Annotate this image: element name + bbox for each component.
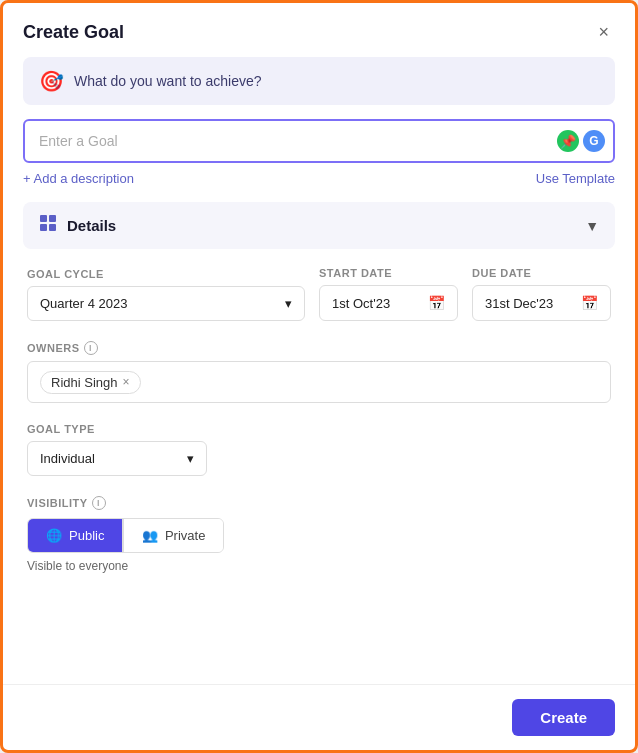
svg-rect-1 bbox=[49, 215, 56, 222]
create-goal-modal: Create Goal × 🎯 What do you want to achi… bbox=[0, 0, 638, 753]
achieve-text: What do you want to achieve? bbox=[74, 73, 262, 89]
goal-cycle-group: GOAL CYCLE Quarter 4 2023 ▾ bbox=[27, 268, 305, 321]
modal-header: Create Goal × bbox=[3, 3, 635, 57]
visibility-buttons: 🌐 Public 👥 Private bbox=[27, 518, 224, 553]
owners-section: OWNERS i Ridhi Singh × bbox=[27, 341, 611, 403]
goal-input-icons: 📌 G bbox=[557, 130, 605, 152]
private-button[interactable]: 👥 Private bbox=[124, 519, 223, 552]
create-button[interactable]: Create bbox=[512, 699, 615, 736]
private-label: Private bbox=[165, 528, 205, 543]
achieve-box: 🎯 What do you want to achieve? bbox=[23, 57, 615, 105]
modal-body: 🎯 What do you want to achieve? 📌 G + Add… bbox=[3, 57, 635, 684]
svg-rect-2 bbox=[40, 224, 47, 231]
due-date-picker[interactable]: 31st Dec'23 📅 bbox=[472, 285, 611, 321]
goal-type-label: GOAL TYPE bbox=[27, 423, 611, 435]
goal-input-wrapper: 📌 G bbox=[23, 119, 615, 163]
svg-rect-0 bbox=[40, 215, 47, 222]
start-date-picker[interactable]: 1st Oct'23 📅 bbox=[319, 285, 458, 321]
goal-type-chevron: ▾ bbox=[187, 451, 194, 466]
g-icon: G bbox=[583, 130, 605, 152]
due-date-value: 31st Dec'23 bbox=[485, 296, 553, 311]
globe-icon: 🌐 bbox=[46, 528, 62, 543]
goal-cycle-value: Quarter 4 2023 bbox=[40, 296, 127, 311]
action-row: + Add a description Use Template bbox=[23, 171, 615, 186]
start-date-value: 1st Oct'23 bbox=[332, 296, 390, 311]
due-date-calendar-icon: 📅 bbox=[581, 295, 598, 311]
due-date-label: DUE DATE bbox=[472, 267, 611, 279]
details-left: Details bbox=[39, 214, 116, 237]
owners-info-icon: i bbox=[84, 341, 98, 355]
target-icon: 🎯 bbox=[39, 69, 64, 93]
owner-tag: Ridhi Singh × bbox=[40, 371, 141, 394]
goal-cycle-label: GOAL CYCLE bbox=[27, 268, 305, 280]
goal-cycle-chevron: ▾ bbox=[285, 296, 292, 311]
details-section[interactable]: Details ▼ bbox=[23, 202, 615, 249]
modal-title: Create Goal bbox=[23, 22, 124, 43]
modal-footer: Create bbox=[3, 684, 635, 750]
private-icon: 👥 bbox=[142, 528, 158, 543]
chevron-down-icon: ▼ bbox=[585, 218, 599, 234]
details-grid-icon bbox=[39, 214, 57, 237]
start-date-group: START DATE 1st Oct'23 📅 bbox=[319, 267, 458, 321]
details-label: Details bbox=[67, 217, 116, 234]
start-date-calendar-icon: 📅 bbox=[428, 295, 445, 311]
svg-rect-3 bbox=[49, 224, 56, 231]
public-label: Public bbox=[69, 528, 104, 543]
owner-tag-close[interactable]: × bbox=[123, 375, 130, 389]
visibility-info-icon: i bbox=[92, 496, 106, 510]
goal-type-select[interactable]: Individual ▾ bbox=[27, 441, 207, 476]
add-description-button[interactable]: + Add a description bbox=[23, 171, 134, 186]
due-date-group: DUE DATE 31st Dec'23 📅 bbox=[472, 267, 611, 321]
start-date-label: START DATE bbox=[319, 267, 458, 279]
goal-input[interactable] bbox=[23, 119, 615, 163]
goal-type-value: Individual bbox=[40, 451, 95, 466]
pin-icon: 📌 bbox=[557, 130, 579, 152]
fields-area: GOAL CYCLE Quarter 4 2023 ▾ START DATE 1… bbox=[23, 267, 615, 589]
date-fields-row: GOAL CYCLE Quarter 4 2023 ▾ START DATE 1… bbox=[27, 267, 611, 321]
goal-cycle-select[interactable]: Quarter 4 2023 ▾ bbox=[27, 286, 305, 321]
owners-input[interactable]: Ridhi Singh × bbox=[27, 361, 611, 403]
public-button[interactable]: 🌐 Public bbox=[28, 519, 122, 552]
owner-name: Ridhi Singh bbox=[51, 375, 118, 390]
use-template-button[interactable]: Use Template bbox=[536, 171, 615, 186]
visibility-label: VISIBILITY i bbox=[27, 496, 611, 510]
visibility-section: VISIBILITY i 🌐 Public 👥 Private Visible … bbox=[27, 496, 611, 573]
close-button[interactable]: × bbox=[592, 21, 615, 43]
goal-type-section: GOAL TYPE Individual ▾ bbox=[27, 423, 611, 476]
owners-label: OWNERS i bbox=[27, 341, 611, 355]
visible-to-text: Visible to everyone bbox=[27, 559, 611, 573]
